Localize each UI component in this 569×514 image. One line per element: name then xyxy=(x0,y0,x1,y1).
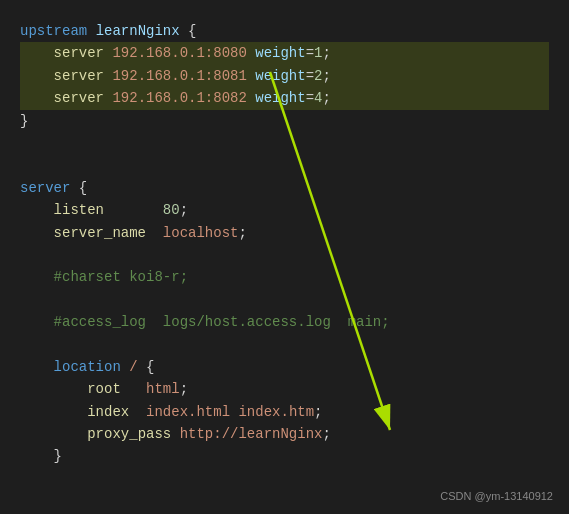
code-line-11 xyxy=(20,244,549,266)
code-line-2: server 192.168.0.1:8080 weight=1; xyxy=(20,42,549,64)
code-line-7 xyxy=(20,154,549,176)
code-line-16: location / { xyxy=(20,356,549,378)
code-line-8: server { xyxy=(20,177,549,199)
code-line-12: #charset koi8-r; xyxy=(20,266,549,288)
code-line-18: index index.html index.htm; xyxy=(20,401,549,423)
code-line-5: } xyxy=(20,110,549,132)
code-line-10: server_name localhost; xyxy=(20,222,549,244)
code-line-13 xyxy=(20,289,549,311)
watermark: CSDN @ym-13140912 xyxy=(440,490,553,502)
code-line-14: #access_log logs/host.access.log main; xyxy=(20,311,549,333)
code-line-20: } xyxy=(20,445,549,467)
code-line-17: root html; xyxy=(20,378,549,400)
code-block: upstream learnNginx { server 192.168.0.1… xyxy=(0,0,569,488)
code-line-4: server 192.168.0.1:8082 weight=4; xyxy=(20,87,549,109)
code-line-1: upstream learnNginx { xyxy=(20,20,549,42)
code-line-19: proxy_pass http://learnNginx; xyxy=(20,423,549,445)
code-line-15 xyxy=(20,333,549,355)
code-line-3: server 192.168.0.1:8081 weight=2; xyxy=(20,65,549,87)
code-line-9: listen 80; xyxy=(20,199,549,221)
code-line-6 xyxy=(20,132,549,154)
